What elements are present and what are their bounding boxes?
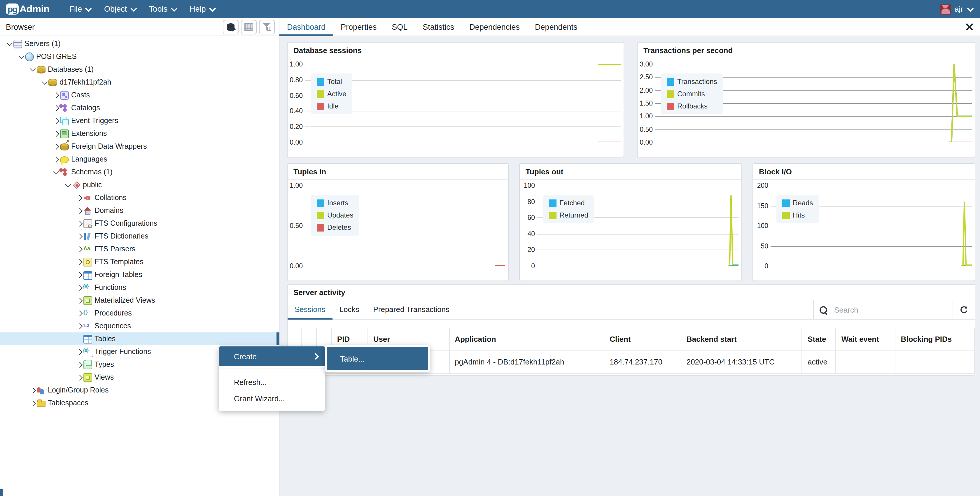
chevron-right-icon[interactable] [29, 388, 37, 392]
menu-help[interactable]: Help [183, 0, 221, 18]
tree-item-fts-configurations[interactable]: FTS Configurations [0, 217, 279, 230]
chevron-down-icon[interactable] [64, 183, 72, 187]
tree-item-event-triggers[interactable]: Event Triggers [0, 114, 279, 127]
tree-item-foreign-tables[interactable]: Foreign Tables [0, 268, 279, 281]
chevron-right-icon[interactable] [52, 93, 60, 97]
tree-item-servers-1-[interactable]: Servers (1) [0, 37, 279, 50]
database-restriction-button[interactable] [223, 19, 239, 34]
tab-dashboard[interactable]: Dashboard [279, 18, 333, 36]
filtered-rows-button[interactable] [259, 19, 275, 34]
search-input[interactable] [833, 305, 934, 315]
chevron-right-icon[interactable] [75, 208, 83, 213]
tree-item-label: Procedures [94, 309, 132, 317]
chevron-right-icon[interactable] [52, 119, 60, 123]
main-tabs: DashboardPropertiesSQLStatisticsDependen… [279, 18, 585, 36]
panel-resize-corner[interactable] [0, 489, 3, 496]
chevron-right-icon[interactable] [75, 286, 83, 289]
y-axis-tick-label: 1.50 [639, 100, 653, 107]
chevron-down-icon[interactable] [40, 80, 48, 84]
tree-item-casts[interactable]: Casts [0, 89, 279, 102]
tree-item-procedures[interactable]: Procedures [0, 307, 279, 320]
tree-item-functions[interactable]: Functions [0, 281, 279, 294]
panel-resize-handle[interactable] [277, 332, 279, 345]
tab-dependencies[interactable]: Dependencies [462, 18, 527, 36]
chevron-right-icon[interactable] [75, 273, 83, 277]
chevron-right-icon[interactable] [75, 298, 83, 302]
chevron-right-icon[interactable] [75, 221, 83, 226]
menu-item-create[interactable]: Create [219, 347, 325, 366]
tree-item-fts-parsers[interactable]: FTS Parsers [0, 243, 279, 256]
tree-item-public[interactable]: public [0, 178, 279, 191]
chevron-right-icon[interactable] [75, 311, 83, 315]
chevron-right-icon[interactable] [75, 362, 83, 367]
activity-tab-prepared-transactions[interactable]: Prepared Transactions [366, 300, 457, 319]
chevron-right-icon[interactable] [75, 375, 83, 379]
user-menu[interactable]: ajr [940, 4, 980, 14]
legend-swatch [667, 90, 675, 98]
tree-item-fts-dictionaries[interactable]: FTS Dictionaries [0, 230, 279, 243]
chevron-right-icon[interactable] [52, 144, 60, 148]
chevron-down-icon[interactable] [5, 42, 13, 46]
chevron-right-icon[interactable] [52, 157, 60, 161]
chart-panel-header: Database sessions [288, 43, 624, 58]
tree-item-schemas-1-[interactable]: Schemas (1) [0, 165, 279, 178]
database-icon [48, 79, 57, 86]
languages-icon [60, 156, 69, 163]
activity-tab-locks[interactable]: Locks [332, 300, 366, 319]
tree-item-extensions[interactable]: Extensions [0, 127, 279, 140]
menu-item-grant-wizard-[interactable]: Grant Wizard... [219, 390, 325, 407]
menu-item-refresh-[interactable]: Refresh... [219, 374, 325, 390]
chevron-right-icon[interactable] [75, 196, 83, 200]
view-data-button[interactable] [241, 19, 257, 34]
chart-plot-area: 1.000.500.00InsertsUpdatesDeletes [305, 186, 505, 266]
tree-item-databases-1-[interactable]: Databases (1) [0, 63, 279, 76]
legend-label: Updates [327, 211, 353, 219]
menu-object[interactable]: Object [97, 0, 142, 18]
tree-item-d17fekh11pf2ah[interactable]: d17fekh11pf2ah [0, 76, 279, 89]
tree-item-sequences[interactable]: Sequences [0, 320, 279, 332]
tree-item-tables[interactable]: Tables [0, 332, 279, 345]
tree-item-catalogs[interactable]: Catalogs [0, 102, 279, 114]
menu-file[interactable]: File [62, 0, 97, 18]
chevron-right-icon[interactable] [52, 106, 60, 110]
chevron-right-icon[interactable] [75, 324, 83, 328]
tree-item-materialized-views[interactable]: Materialized Views [0, 294, 279, 307]
chevron-down-icon[interactable] [17, 54, 25, 59]
tablespaces-icon [37, 401, 46, 407]
tree-item-collations[interactable]: Collations [0, 191, 279, 204]
y-axis-tick-label: 100 [521, 182, 535, 189]
tree-item-domains[interactable]: Domains [0, 204, 279, 217]
chevron-right-icon[interactable] [52, 132, 60, 135]
close-panel-button[interactable] [959, 18, 980, 36]
chevron-right-icon[interactable] [29, 401, 37, 405]
chart-panel-tuples-in: Tuples in 1.000.500.00InsertsUpdatesDele… [287, 163, 509, 281]
chevron-right-icon[interactable] [75, 234, 83, 238]
table-cell [836, 350, 896, 374]
tree-item-label: Domains [94, 207, 123, 215]
tab-dependents[interactable]: Dependents [527, 18, 585, 36]
chart-title: Transactions per second [643, 46, 733, 54]
tree-item-foreign-data-wrappers[interactable]: Foreign Data Wrappers [0, 140, 279, 153]
tab-sql[interactable]: SQL [384, 18, 415, 36]
chart-title: Tuples out [526, 167, 563, 176]
foreign-tables-icon [83, 271, 92, 280]
chevron-down-icon[interactable] [52, 170, 60, 174]
postgres-icon [25, 52, 34, 61]
tab-properties[interactable]: Properties [333, 18, 384, 36]
chevron-right-icon[interactable] [75, 260, 83, 264]
menu-tools[interactable]: Tools [142, 0, 183, 18]
tree-item-fts-templates[interactable]: FTS Templates [0, 256, 279, 268]
legend-swatch [317, 90, 325, 98]
tree-item-postgres[interactable]: POSTGRES [0, 50, 279, 63]
table-cell: pgAdmin 4 - DB:d17fekh11pf2ah [449, 350, 605, 374]
refresh-button[interactable] [953, 300, 975, 320]
tab-statistics[interactable]: Statistics [415, 18, 462, 36]
submenu-item-table-[interactable]: Table... [327, 347, 428, 370]
chevron-right-icon[interactable] [75, 350, 83, 354]
activity-tab-sessions[interactable]: Sessions [288, 300, 332, 319]
chevron-right-icon[interactable] [75, 247, 83, 251]
server-activity-header: Server activity [288, 285, 975, 300]
chevron-down-icon[interactable] [29, 67, 37, 72]
table-cell: 2020-03-04 14:33:15 UTC [681, 350, 802, 374]
tree-item-languages[interactable]: Languages [0, 153, 279, 165]
